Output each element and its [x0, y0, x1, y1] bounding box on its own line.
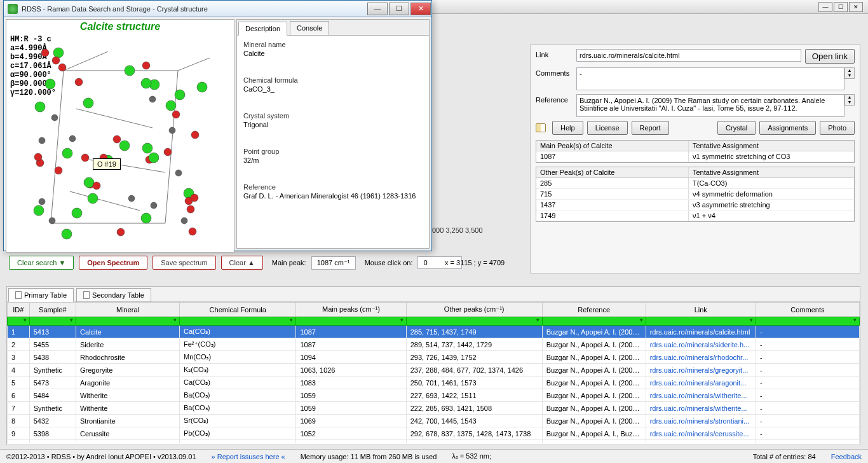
photo-button[interactable]: Photo	[820, 121, 855, 135]
peak-row[interactable]: 285T(Ca-CO3)	[536, 178, 854, 189]
status-bar: ©2012-2013 • RDSS • by Andrei Ionut APOP…	[0, 449, 868, 463]
peak-row[interactable]: 715ν4 symmetric deformation	[536, 189, 854, 200]
tab-primary-table[interactable]: Primary Table	[8, 288, 74, 302]
table-row[interactable]: 7SyntheticWitheriteBa(CO₃) 1059222, 285,…	[8, 402, 860, 415]
comments-input[interactable]: -	[576, 67, 844, 90]
assignments-button[interactable]: Assignments	[759, 121, 816, 135]
column-header[interactable]: Link	[646, 303, 756, 317]
main-peak-value[interactable]: 1087 cm⁻¹	[311, 256, 356, 270]
svg-point-38	[181, 218, 187, 224]
table-row[interactable]: 55473AragoniteCa(CO₃) 1083250, 701, 1461…	[8, 377, 860, 389]
svg-point-50	[83, 98, 93, 108]
link-input[interactable]	[576, 49, 801, 62]
svg-point-41	[191, 131, 199, 139]
molecule-svg	[13, 45, 229, 249]
tab-description[interactable]: Description	[238, 22, 287, 36]
outer-min-button[interactable]: —	[818, 2, 832, 12]
mineral-link[interactable]: rdrs.uaic.ro/minerals/witherite...	[650, 392, 747, 399]
filter-cell[interactable]	[646, 317, 756, 326]
column-header[interactable]: Chemical Formula	[180, 303, 296, 317]
column-header[interactable]: Comments	[756, 303, 859, 317]
reference-input[interactable]: Buzgar N., Apopei A. I. (2009) The Raman…	[576, 94, 844, 117]
filter-cell[interactable]	[180, 317, 296, 326]
doc-icon	[83, 291, 90, 299]
close-button[interactable]: ✕	[410, 3, 431, 15]
structure-3d-view[interactable]: Calcite structure HM:R -3 ca=4.990Åb=4.9…	[6, 19, 234, 252]
maximize-button[interactable]: ☐	[389, 3, 409, 15]
report-issues-link[interactable]: » Report issuses here «	[212, 453, 285, 460]
mineral-link[interactable]: rdrs.uaic.ro/minerals/siderite.h...	[650, 341, 750, 349]
total-entries: Total # of entries: 84	[753, 453, 816, 460]
open-spectrum-button[interactable]: Open Spectrum	[79, 256, 147, 270]
svg-point-32	[69, 135, 76, 142]
svg-point-14	[84, 177, 94, 188]
crystal-button[interactable]: Crystal	[717, 121, 756, 135]
tab-primary-label: Primary Table	[24, 291, 67, 299]
reference-scroll[interactable]: ▲▼	[844, 94, 855, 106]
filter-cell[interactable]	[296, 317, 406, 326]
title-bar[interactable]: RDSS - Raman Data Search and Storage - C…	[4, 1, 431, 17]
column-header[interactable]: ID#	[8, 303, 30, 317]
table-row[interactable]: 10SyntheticNatriteNa(CO₃) 1080290, 702, …	[8, 440, 860, 444]
column-header[interactable]: Main peaks (cm⁻¹)	[296, 303, 406, 317]
svg-point-37	[141, 213, 151, 223]
tab-console[interactable]: Console	[290, 21, 329, 35]
save-spectrum-button[interactable]: Save spectrum	[153, 256, 215, 270]
peak-row[interactable]: 1749ν1 + ν4	[536, 211, 854, 221]
column-header[interactable]: Sample#	[29, 303, 76, 317]
clear-search-button[interactable]: Clear search ▼	[9, 256, 74, 270]
lambda-text: λ₀ = 532 nm;	[452, 452, 491, 460]
svg-point-48	[49, 218, 55, 224]
filter-cell[interactable]	[542, 317, 646, 326]
column-header[interactable]: Reference	[542, 303, 646, 317]
mouse-click-label: Mouse click on:	[365, 259, 413, 266]
table-row[interactable]: 25455SideriteFe²⁺(CO₃) 1087289, 514, 737…	[8, 338, 860, 351]
peak-row[interactable]: 1087ν1 symmetric stretching of CO3	[536, 151, 854, 162]
other-peak-col2: Tentative Assignment	[689, 167, 854, 177]
filter-cell[interactable]	[756, 317, 859, 326]
table-row[interactable]: 35438RhodochrositeMn(CO₃) 1094293, 726, …	[8, 351, 860, 364]
outer-max-button[interactable]: ☐	[834, 2, 848, 12]
tab-secondary-table[interactable]: Secondary Table	[76, 288, 151, 302]
filter-cell[interactable]	[406, 317, 542, 326]
svg-point-25	[34, 205, 44, 216]
filter-cell[interactable]	[8, 317, 30, 326]
comments-scroll[interactable]: ▲▼	[844, 67, 855, 79]
other-peak-col1: Other Peak(s) of Calcite	[536, 167, 689, 177]
mineral-link[interactable]: rdrs.uaic.ro/minerals/aragonit...	[650, 379, 747, 387]
main-peak-label: Main peak:	[272, 259, 306, 266]
mineral-link[interactable]: rdrs.uaic.ro/minerals/gregoryit...	[650, 366, 749, 374]
outer-close-button[interactable]: ✕	[849, 2, 863, 12]
license-button[interactable]: License	[587, 121, 628, 135]
table-row[interactable]: 65484WitheriteBa(CO₃) 1059227, 693, 1422…	[8, 389, 860, 402]
help-button[interactable]: Help	[552, 121, 583, 135]
svg-line-8	[70, 191, 140, 211]
table-row[interactable]: 95398CerussitePb(CO₃) 1052292, 678, 837,…	[8, 427, 860, 440]
mineral-link[interactable]: rdrs.uaic.ro/minerals/witherite...	[650, 404, 747, 412]
svg-line-4	[64, 52, 108, 71]
column-header[interactable]: Mineral	[76, 303, 180, 317]
svg-point-16	[58, 64, 66, 71]
table-row[interactable]: 85432StrontianiteSr(CO₃) 1069242, 700, 1…	[8, 415, 860, 427]
svg-point-39	[117, 228, 125, 236]
data-grid[interactable]: ID#Sample#MineralChemical FormulaMain pe…	[7, 302, 860, 443]
report-button[interactable]: Report	[632, 121, 669, 135]
minimize-button[interactable]: —	[367, 3, 388, 15]
mineral-link[interactable]: rdrs.uaic.ro/minerals/calcite.html	[650, 328, 750, 336]
atom-tooltip: O #19	[93, 158, 121, 170]
mineral-link[interactable]: rdrs.uaic.ro/minerals/rhodochr...	[650, 354, 749, 361]
column-header[interactable]: Other peaks (cm⁻¹)	[406, 303, 542, 317]
open-link-button[interactable]: Open link	[805, 49, 855, 64]
feedback-link[interactable]: Feedback	[831, 453, 862, 460]
mineral-link[interactable]: rdrs.uaic.ro/minerals/natrite.h...	[650, 443, 747, 444]
filter-cell[interactable]	[29, 317, 76, 326]
mineral-link[interactable]: rdrs.uaic.ro/minerals/cerussite...	[650, 430, 749, 438]
crystal-system-label: Crystal system	[243, 112, 423, 120]
peak-row[interactable]: 1437ν3 asymmetric stretching	[536, 200, 854, 211]
table-row[interactable]: 15413CalciteCa(CO₃) 1087285, 715, 1437, …	[8, 326, 860, 338]
mineral-link[interactable]: rdrs.uaic.ro/minerals/strontiani...	[650, 417, 750, 425]
svg-point-49	[113, 135, 121, 143]
clear-button[interactable]: Clear ▲	[221, 256, 263, 270]
filter-cell[interactable]	[76, 317, 180, 326]
table-row[interactable]: 4SyntheticGregoryiteK₂(CO₃) 1063, 102623…	[8, 364, 860, 377]
